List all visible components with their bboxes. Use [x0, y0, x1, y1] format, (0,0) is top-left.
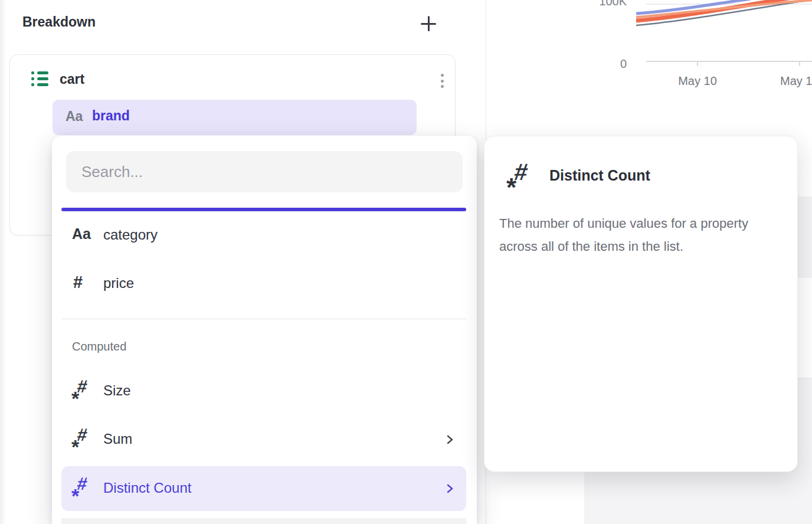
x-axis-line: [646, 61, 812, 62]
text-type-icon: Aa: [66, 109, 83, 125]
computed-number-icon: [72, 426, 96, 453]
app-root: Breakdown cart Aa brand Aa category: [0, 0, 812, 524]
menu-item-distinct-count[interactable]: Distinct Count: [61, 466, 466, 511]
search-input[interactable]: [66, 151, 463, 192]
distinct-count-tooltip: Distinct Count The number of unique valu…: [484, 136, 798, 472]
menu-item-label: category: [103, 227, 158, 243]
text-type-icon: Aa: [72, 225, 91, 243]
list-property-icon: [31, 71, 48, 86]
computed-number-icon: [72, 378, 96, 405]
more-options-button[interactable]: [430, 69, 454, 93]
x-axis-label-may10: May 10: [662, 74, 733, 88]
x-axis-tick: [799, 61, 800, 66]
y-axis-label-0: 0: [561, 57, 627, 71]
panel-edge-shadow: [0, 0, 6, 524]
group-name: cart: [60, 71, 84, 87]
breakdown-title: Breakdown: [22, 14, 96, 30]
menu-item-label: Size: [103, 382, 131, 399]
menu-item-sum[interactable]: Sum: [61, 419, 466, 460]
active-tab-indicator: [61, 208, 466, 211]
tooltip-title: Distinct Count: [549, 167, 650, 184]
computed-section-label: Computed: [72, 340, 126, 353]
menu-item-price[interactable]: # price: [61, 263, 466, 304]
menu-item-size[interactable]: Size: [61, 371, 466, 412]
computed-number-icon: [72, 475, 96, 502]
tooltip-description: The number of unique values for a proper…: [499, 212, 777, 258]
menu-item-label: Sum: [103, 431, 132, 447]
computed-number-icon: [507, 160, 538, 194]
next-section-edge: [61, 518, 466, 524]
line-chart-series: [636, 0, 812, 27]
menu-divider: [61, 319, 466, 319]
chevron-right-icon: [445, 483, 454, 496]
selected-property-row[interactable]: Aa brand: [53, 100, 417, 135]
plus-icon: [420, 15, 437, 32]
menu-item-label: price: [103, 275, 134, 292]
y-axis-label-100k: 100K: [561, 0, 627, 8]
selected-property-label: brand: [92, 108, 130, 124]
menu-item-label: Distinct Count: [103, 480, 191, 496]
number-type-icon: #: [73, 273, 83, 292]
x-axis-label-may1: May 1: [780, 74, 812, 88]
menu-item-category[interactable]: Aa category: [61, 215, 466, 256]
add-breakdown-button[interactable]: [417, 12, 440, 35]
property-dropdown-menu: Aa category # price Computed Size Sum Di…: [52, 136, 477, 524]
x-axis-tick: [697, 61, 698, 66]
group-header-row: cart: [10, 64, 455, 96]
chevron-right-icon: [445, 434, 454, 447]
